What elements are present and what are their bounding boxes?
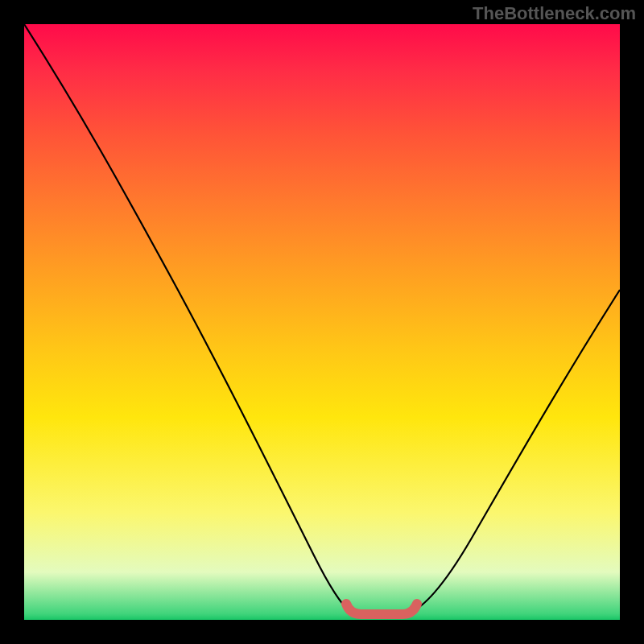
- chart-plot-area: [24, 24, 620, 620]
- bottleneck-curve-line: [24, 24, 620, 612]
- chart-svg: [24, 24, 620, 620]
- watermark-text: TheBottleneck.com: [473, 3, 636, 24]
- trough-highlight-marker: [346, 604, 417, 614]
